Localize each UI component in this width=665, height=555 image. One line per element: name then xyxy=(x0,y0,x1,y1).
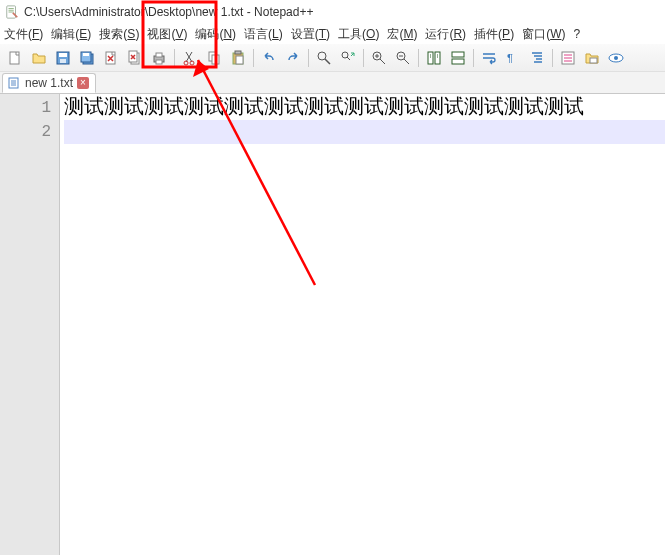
monitor-button[interactable] xyxy=(605,47,627,69)
code-area[interactable]: 测试测试测试测试测试测试测试测试测试测试测试测试测试 xyxy=(60,94,665,555)
function-list-button[interactable] xyxy=(557,47,579,69)
paste-button[interactable] xyxy=(227,47,249,69)
open-file-button[interactable] xyxy=(28,47,50,69)
toolbar-separator xyxy=(253,49,254,67)
show-all-chars-button[interactable]: ¶ xyxy=(502,47,524,69)
editor-area[interactable]: 1 2 测试测试测试测试测试测试测试测试测试测试测试测试测试 xyxy=(0,94,665,555)
toolbar-separator xyxy=(308,49,309,67)
toolbar-separator xyxy=(174,49,175,67)
svg-rect-31 xyxy=(590,58,597,63)
menu-run[interactable]: 运行(R) xyxy=(425,26,466,43)
redo-button[interactable] xyxy=(282,47,304,69)
svg-rect-12 xyxy=(156,53,162,57)
zoom-in-button[interactable] xyxy=(368,47,390,69)
svg-rect-28 xyxy=(452,59,464,64)
line-number: 1 xyxy=(0,96,51,120)
svg-rect-13 xyxy=(156,60,162,64)
menu-edit[interactable]: 编辑(E) xyxy=(51,26,91,43)
close-all-button[interactable] xyxy=(124,47,146,69)
svg-rect-7 xyxy=(83,53,89,56)
close-icon[interactable]: × xyxy=(77,77,89,89)
svg-rect-27 xyxy=(452,52,464,57)
line-number-gutter: 1 2 xyxy=(0,94,60,555)
svg-point-33 xyxy=(614,56,618,60)
code-line-current[interactable] xyxy=(64,120,665,144)
sync-h-button[interactable] xyxy=(447,47,469,69)
menu-plugins[interactable]: 插件(P) xyxy=(474,26,514,43)
find-button[interactable] xyxy=(313,47,335,69)
toolbar-separator xyxy=(473,49,474,67)
menu-tools[interactable]: 工具(O) xyxy=(338,26,379,43)
svg-rect-19 xyxy=(235,51,241,54)
sync-v-button[interactable] xyxy=(423,47,445,69)
title-bar: C:\Users\Administrator\Desktop\new 1.txt… xyxy=(0,0,665,24)
svg-rect-3 xyxy=(59,53,67,57)
svg-rect-17 xyxy=(212,55,219,64)
close-button[interactable] xyxy=(100,47,122,69)
zoom-out-button[interactable] xyxy=(392,47,414,69)
app-icon xyxy=(4,4,20,20)
menu-window[interactable]: 窗口(W) xyxy=(522,26,565,43)
tab-label: new 1.txt xyxy=(25,76,73,90)
indent-guide-button[interactable] xyxy=(526,47,548,69)
menu-bar: 文件(F) 编辑(E) 搜索(S) 视图(V) 编码(N) 语言(L) 设置(T… xyxy=(0,24,665,44)
menu-settings[interactable]: 设置(T) xyxy=(291,26,330,43)
tab-active[interactable]: new 1.txt × xyxy=(2,73,96,93)
svg-rect-1 xyxy=(10,52,19,64)
word-wrap-button[interactable] xyxy=(478,47,500,69)
new-file-button[interactable] xyxy=(4,47,26,69)
line-number: 2 xyxy=(0,120,51,144)
menu-language[interactable]: 语言(L) xyxy=(244,26,283,43)
toolbar-separator xyxy=(363,49,364,67)
svg-rect-25 xyxy=(428,52,433,64)
svg-text:¶: ¶ xyxy=(507,52,513,64)
toolbar-separator xyxy=(552,49,553,67)
toolbar-separator xyxy=(418,49,419,67)
toolbar: ¶ xyxy=(0,44,665,72)
folder-as-workspace-button[interactable] xyxy=(581,47,603,69)
menu-help[interactable]: ? xyxy=(573,27,580,41)
save-button[interactable] xyxy=(52,47,74,69)
undo-button[interactable] xyxy=(258,47,280,69)
menu-macro[interactable]: 宏(M) xyxy=(387,26,417,43)
svg-rect-26 xyxy=(435,52,440,64)
menu-search[interactable]: 搜索(S) xyxy=(99,26,139,43)
replace-button[interactable] xyxy=(337,47,359,69)
tab-bar: new 1.txt × xyxy=(0,72,665,94)
menu-view[interactable]: 视图(V) xyxy=(147,26,187,43)
menu-file[interactable]: 文件(F) xyxy=(4,26,43,43)
menu-encoding[interactable]: 编码(N) xyxy=(195,26,236,43)
file-icon xyxy=(7,76,21,90)
code-line[interactable]: 测试测试测试测试测试测试测试测试测试测试测试测试测试 xyxy=(64,96,665,120)
svg-rect-20 xyxy=(236,56,243,64)
svg-rect-4 xyxy=(60,59,66,63)
copy-button[interactable] xyxy=(203,47,225,69)
cut-button[interactable] xyxy=(179,47,201,69)
window-title: C:\Users\Administrator\Desktop\new 1.txt… xyxy=(24,5,313,19)
save-all-button[interactable] xyxy=(76,47,98,69)
svg-point-21 xyxy=(318,52,326,60)
print-button[interactable] xyxy=(148,47,170,69)
